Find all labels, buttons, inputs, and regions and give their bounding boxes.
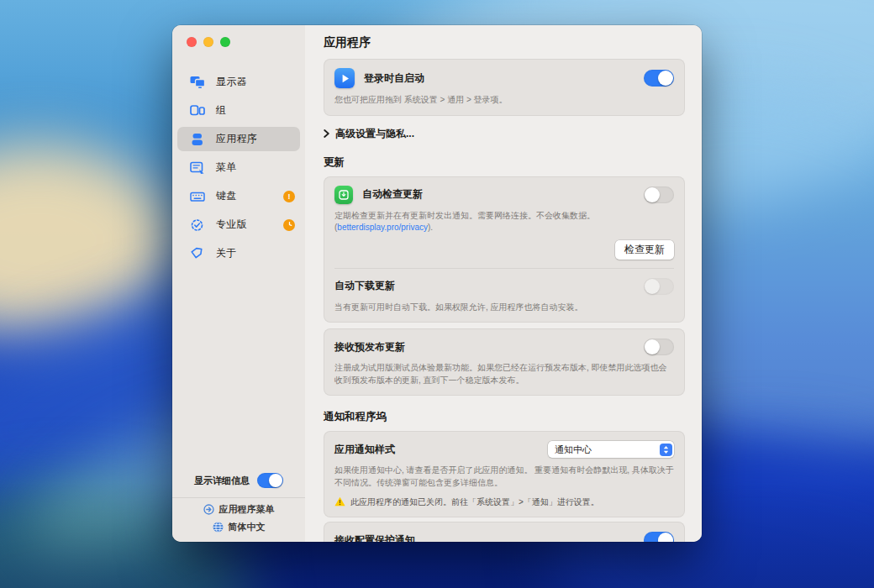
circle-arrow-icon — [203, 504, 214, 515]
sidebar-item-about[interactable]: 关于 — [177, 241, 300, 265]
sidebar-item-label: 专业版 — [216, 218, 247, 232]
warning-icon — [334, 496, 345, 507]
zoom-button[interactable] — [220, 37, 230, 47]
config-protection-card: 接收配置保护通知 如果您的配置依赖配置保护来进行标准操作, 您可能会希望静音有关… — [324, 522, 685, 542]
settings-content: 应用程序 登录时自启动 您也可把应用拖到 系统设置 > 通用 > 登录项。 高级… — [305, 25, 702, 542]
auto-check-toggle[interactable] — [644, 186, 674, 203]
login-autostart-row: 登录时自启动 — [334, 68, 674, 88]
auto-download-toggle[interactable] — [644, 278, 674, 295]
menu-icon — [190, 161, 205, 175]
globe-icon — [213, 522, 224, 533]
minimize-button[interactable] — [203, 37, 213, 47]
update-download-icon — [334, 186, 353, 204]
sidebar-footer: 显示详细信息 应用程序菜单 简体中文 — [172, 473, 305, 542]
notifications-warning: 此应用程序的通知已关闭。前往「系统设置」>「通知」进行设置。 — [334, 496, 674, 508]
sidebar-item-label: 键盘 — [216, 189, 236, 203]
page-title: 应用程序 — [324, 35, 685, 50]
sidebar-item-label: 组 — [216, 103, 226, 118]
updates-card: 自动检查更新 定期检查更新并在有更新时发出通知。需要网络连接。不会收集数据。(b… — [324, 176, 685, 323]
setting-caption: 当有更新可用时自动下载。如果权限允许, 应用程序也将自动安装。 — [334, 302, 674, 314]
login-autostart-card: 登录时自启动 您也可把应用拖到 系统设置 > 通用 > 登录项。 — [324, 59, 685, 116]
advanced-settings-link[interactable]: 高级设置与隐私... — [324, 127, 685, 141]
setting-label: 自动检查更新 — [362, 187, 634, 202]
section-notifications-dock: 通知和程序坞 — [324, 410, 685, 424]
sidebar-item-groups[interactable]: 组 — [177, 98, 300, 123]
wallpaper-blob — [0, 143, 176, 336]
keyboard-icon — [190, 190, 205, 203]
setting-caption: 定期检查更新并在有更新时发出通知。需要网络连接。不会收集数据。(betterdi… — [334, 210, 674, 234]
show-details-label: 显示详细信息 — [194, 475, 250, 487]
notification-style-row: 应用通知样式 通知中心 — [334, 440, 674, 459]
select-stepper-icon — [660, 444, 672, 456]
login-autostart-toggle[interactable] — [644, 70, 674, 87]
sidebar-item-label: 菜单 — [216, 160, 236, 175]
window-controls — [172, 25, 305, 47]
setting-caption: 注册成为试用版测试员体验最新功能。如果您已经在运行预发布版本, 即使禁用此选项也… — [334, 362, 674, 386]
attention-badge: ! — [283, 191, 295, 202]
trial-clock-badge — [283, 219, 295, 231]
setting-caption: 您也可把应用拖到 系统设置 > 通用 > 登录项。 — [334, 94, 674, 107]
sidebar: 显示器 组 应用程序 菜单 键盘 ! 专业版 — [172, 25, 306, 542]
sidebar-nav: 显示器 组 应用程序 菜单 键盘 ! 专业版 — [172, 70, 305, 265]
clock-icon — [286, 221, 293, 228]
check-updates-row: 检查更新 — [334, 240, 674, 260]
card-divider — [334, 268, 674, 269]
show-details-row: 显示详细信息 — [172, 473, 305, 497]
sidebar-item-menu[interactable]: 菜单 — [177, 155, 300, 180]
about-tag-icon — [190, 247, 205, 260]
section-updates: 更新 — [324, 155, 685, 170]
config-protection-row: 接收配置保护通知 — [334, 531, 674, 542]
sidebar-item-displays[interactable]: 显示器 — [177, 70, 300, 94]
setting-label: 自动下载更新 — [334, 279, 634, 293]
advanced-settings-label: 高级设置与隐私... — [335, 127, 414, 141]
displays-icon — [190, 76, 205, 89]
caption-text: ). — [428, 223, 433, 232]
sidebar-item-label: 显示器 — [216, 75, 247, 89]
notification-style-card: 应用通知样式 通知中心 如果使用通知中心, 请查看是否开启了此应用的通知。 重要… — [324, 431, 685, 517]
language-link[interactable]: 简体中文 — [172, 516, 305, 542]
setting-label: 接收预发布更新 — [334, 340, 634, 354]
prerelease-row: 接收预发布更新 — [334, 338, 674, 356]
setting-label: 登录时自启动 — [364, 71, 634, 86]
privacy-link[interactable]: betterdisplay.pro/privacy — [337, 223, 428, 232]
sidebar-item-label: 应用程序 — [216, 132, 257, 146]
check-updates-button[interactable]: 检查更新 — [615, 240, 674, 260]
setting-label: 应用通知样式 — [334, 443, 539, 457]
notification-style-select[interactable]: 通知中心 — [548, 441, 674, 458]
prerelease-toggle[interactable] — [644, 339, 674, 355]
sidebar-item-keyboard[interactable]: 键盘 ! — [177, 184, 300, 208]
groups-icon — [190, 104, 205, 118]
warning-text: 此应用程序的通知已关闭。前往「系统设置」>「通知」进行设置。 — [350, 496, 599, 508]
config-protection-toggle[interactable] — [644, 532, 674, 542]
apps-icon — [190, 133, 205, 146]
auto-check-row: 自动检查更新 — [334, 186, 674, 204]
select-value: 通知中心 — [555, 444, 592, 456]
sidebar-item-label: 关于 — [216, 246, 236, 260]
close-button[interactable] — [187, 37, 197, 47]
sidebar-item-pro[interactable]: 专业版 — [177, 213, 300, 237]
betterdisplay-settings-window: 显示器 组 应用程序 菜单 键盘 ! 专业版 — [172, 25, 702, 542]
pro-seal-icon — [190, 218, 205, 232]
setting-caption: 如果使用通知中心, 请查看是否开启了此应用的通知。 重要通知有时会静默出现, 具… — [334, 465, 674, 489]
language-label: 简体中文 — [229, 521, 266, 533]
setting-label: 接收配置保护通知 — [334, 533, 634, 543]
app-menu-label: 应用程序菜单 — [219, 503, 275, 516]
auto-download-row: 自动下载更新 — [334, 277, 674, 296]
prerelease-card: 接收预发布更新 注册成为试用版测试员体验最新功能。如果您已经在运行预发布版本, … — [324, 328, 685, 396]
sidebar-item-applications[interactable]: 应用程序 — [177, 127, 300, 151]
autostart-play-icon — [334, 68, 355, 88]
chevron-right-icon — [324, 129, 329, 138]
app-menu-link[interactable]: 应用程序菜单 — [172, 498, 305, 516]
show-details-toggle[interactable] — [257, 473, 283, 488]
